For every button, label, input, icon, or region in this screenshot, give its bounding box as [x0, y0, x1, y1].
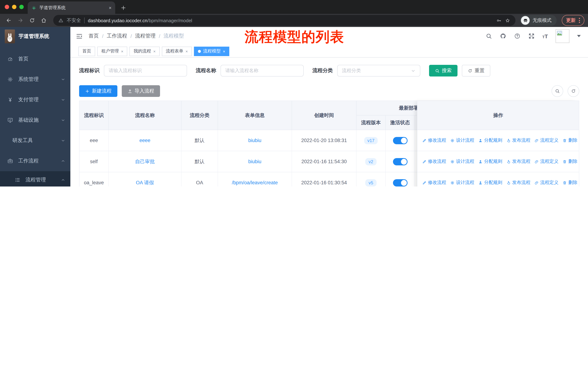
close-tag-icon[interactable]: ×	[121, 49, 123, 53]
filter-input-流程名称[interactable]: 请输入流程名称	[220, 65, 304, 77]
row-actions: 修改流程设计流程分配规则发布流程流程定义删除	[417, 130, 579, 151]
edit-icon	[422, 181, 427, 185]
upload-icon	[128, 89, 132, 93]
action-修改流程[interactable]: 修改流程	[422, 180, 446, 186]
cell-form-link-text[interactable]: biubiu	[248, 138, 261, 143]
font-size-icon[interactable]: TT	[542, 33, 548, 39]
cell-name-link-text[interactable]: OA 请假	[136, 179, 154, 186]
action-发布流程[interactable]: 发布流程	[506, 180, 530, 186]
cell-name-link-text[interactable]: eeee	[139, 138, 150, 143]
help-icon[interactable]	[514, 33, 520, 39]
sidebar-item-首页[interactable]: 首页	[0, 49, 70, 69]
breadcrumb-item[interactable]: 首页	[89, 33, 99, 39]
action-分配规则[interactable]: 分配规则	[478, 159, 502, 165]
action-分配规则[interactable]: 分配规则	[478, 137, 502, 143]
bookmark-star-icon[interactable]	[505, 18, 510, 23]
reset-button[interactable]: 重置	[462, 65, 490, 77]
action-分配规则[interactable]: 分配规则	[478, 180, 502, 186]
breadcrumb-item: 流程模型	[164, 33, 184, 39]
cell-form-link-text[interactable]: /bpm/oa/leave/create	[232, 180, 278, 185]
create-process-button[interactable]: 新建流程	[79, 85, 117, 97]
action-label: 分配规则	[484, 137, 502, 143]
breadcrumb-item[interactable]: 流程管理	[135, 33, 156, 39]
sidebar-item-流程管理[interactable]: 流程管理	[0, 171, 70, 186]
action-发布流程[interactable]: 发布流程	[506, 137, 530, 143]
reload-icon[interactable]	[27, 15, 37, 26]
close-tag-icon[interactable]: ×	[153, 49, 156, 53]
browser-tab[interactable]: 芋道管理系统 ×	[28, 1, 115, 14]
cell-key-text: self	[90, 159, 98, 164]
toggle-search-button[interactable]	[552, 85, 563, 97]
window-controls[interactable]	[5, 5, 24, 9]
cell-name-link[interactable]: eeee	[109, 130, 181, 151]
user-avatar[interactable]	[556, 29, 569, 43]
sidebar-item-基础设施[interactable]: 基础设施	[0, 110, 70, 131]
tag-流程模型[interactable]: 流程模型×	[194, 46, 229, 56]
col-header-key: 流程标识	[79, 101, 109, 130]
address-bar[interactable]: 不安全 dashboard.yudao.iocoder.cn/bpm/manag…	[53, 15, 515, 26]
refresh-table-button[interactable]	[567, 85, 579, 97]
cell-form-link[interactable]: biubiu	[218, 130, 292, 151]
favicon	[31, 5, 36, 10]
import-process-button[interactable]: 导入流程	[122, 85, 160, 97]
fullscreen-icon[interactable]	[528, 33, 535, 39]
new-tab-button[interactable]	[120, 5, 126, 11]
sidebar-item-label: 系统管理	[18, 76, 61, 83]
delete-trash-icon	[562, 159, 567, 164]
cell-name-link[interactable]: 自己审批	[109, 151, 181, 172]
action-修改流程[interactable]: 修改流程	[422, 137, 446, 143]
divider	[84, 18, 84, 23]
collapse-sidebar-icon[interactable]	[76, 33, 83, 40]
sidebar-item-工作流程[interactable]: 工作流程	[0, 151, 70, 171]
cell-name-link[interactable]: OA 请假	[109, 172, 181, 186]
tag-我的流程[interactable]: 我的流程×	[130, 46, 160, 56]
sidebar-item-系统管理[interactable]: 系统管理	[0, 69, 70, 90]
breadcrumb-item[interactable]: 工作流程	[107, 33, 127, 39]
cell-form-link[interactable]: biubiu	[218, 151, 292, 172]
update-button[interactable]: 更新	[562, 15, 584, 26]
filter-input-流程标识[interactable]: 请输入流程标识	[104, 65, 187, 77]
search-icon[interactable]	[485, 33, 492, 39]
cell-form-link-text[interactable]: biubiu	[248, 159, 261, 164]
tag-首页[interactable]: 首页	[78, 46, 95, 56]
back-icon[interactable]	[4, 15, 14, 26]
zoom-window-button[interactable]	[19, 5, 24, 9]
action-label: 发布流程	[512, 159, 530, 165]
active-toggle[interactable]	[393, 179, 407, 186]
filter-select-流程分类[interactable]: 流程分类	[337, 65, 420, 77]
active-toggle[interactable]	[393, 137, 407, 144]
action-流程定义[interactable]: 流程定义	[535, 159, 558, 165]
close-window-button[interactable]	[5, 5, 9, 9]
active-toggle[interactable]	[393, 158, 407, 165]
key-icon[interactable]	[496, 18, 502, 23]
incognito-icon	[521, 16, 530, 25]
close-tab-icon[interactable]: ×	[109, 5, 112, 10]
tag-租户管理[interactable]: 租户管理×	[97, 46, 127, 56]
minimize-window-button[interactable]	[12, 5, 16, 9]
github-icon[interactable]	[500, 33, 506, 39]
close-tag-icon[interactable]: ×	[186, 49, 188, 53]
action-删除[interactable]: 删除	[562, 159, 578, 165]
action-发布流程[interactable]: 发布流程	[506, 159, 530, 165]
publish-hand-icon	[506, 159, 511, 164]
tag-流程表单[interactable]: 流程表单×	[162, 46, 192, 56]
home-icon[interactable]	[39, 15, 49, 26]
sidebar-item-研发工具[interactable]: 研发工具	[0, 131, 70, 151]
sidebar-item-支付管理[interactable]: 支付管理	[0, 90, 70, 110]
action-删除[interactable]: 删除	[562, 137, 578, 143]
action-修改流程[interactable]: 修改流程	[422, 159, 446, 165]
avatar-caret-icon[interactable]	[577, 35, 581, 37]
action-删除[interactable]: 删除	[562, 180, 578, 186]
menu-dots-icon[interactable]	[579, 18, 580, 23]
action-设计流程[interactable]: 设计流程	[450, 159, 474, 165]
forward-icon[interactable]	[15, 15, 26, 26]
close-tag-icon[interactable]: ×	[223, 49, 225, 53]
action-设计流程[interactable]: 设计流程	[450, 180, 474, 186]
cell-name-link-text[interactable]: 自己审批	[135, 158, 155, 165]
action-流程定义[interactable]: 流程定义	[535, 137, 558, 143]
action-流程定义[interactable]: 流程定义	[535, 180, 558, 186]
action-设计流程[interactable]: 设计流程	[450, 137, 474, 143]
chev-down-icon	[411, 68, 416, 73]
search-button[interactable]: 搜索	[429, 65, 458, 77]
cell-form-link[interactable]: /bpm/oa/leave/create	[218, 172, 292, 186]
